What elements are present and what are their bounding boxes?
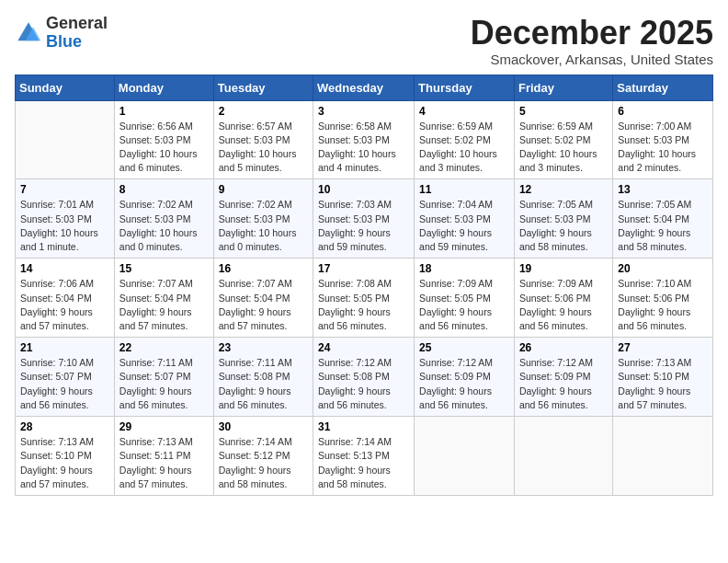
- day-number: 4: [419, 105, 509, 118]
- day-number: 30: [219, 420, 308, 433]
- day-info: Sunrise: 7:12 AMSunset: 5:08 PMDaylight:…: [318, 356, 409, 412]
- day-cell: 20Sunrise: 7:10 AMSunset: 5:06 PMDayligh…: [613, 259, 713, 338]
- day-cell: 8Sunrise: 7:02 AMSunset: 5:03 PMDaylight…: [114, 179, 213, 259]
- day-cell: [415, 417, 515, 496]
- day-info: Sunrise: 7:04 AMSunset: 5:03 PMDaylight:…: [419, 198, 509, 254]
- day-number: 10: [318, 183, 409, 196]
- day-number: 3: [318, 105, 409, 118]
- day-info: Sunrise: 7:13 AMSunset: 5:10 PMDaylight:…: [20, 435, 109, 491]
- day-number: 13: [618, 183, 708, 196]
- day-number: 9: [219, 183, 308, 196]
- day-number: 1: [119, 105, 209, 118]
- day-info: Sunrise: 7:06 AMSunset: 5:04 PMDaylight:…: [20, 277, 109, 333]
- day-cell: [613, 417, 713, 496]
- day-number: 22: [119, 341, 209, 354]
- day-info: Sunrise: 7:05 AMSunset: 5:04 PMDaylight:…: [618, 198, 708, 254]
- col-header-tuesday: Tuesday: [213, 75, 313, 100]
- page-header: General Blue December 2025 Smackover, Ar…: [15, 15, 713, 67]
- day-number: 29: [119, 420, 209, 433]
- day-cell: [16, 100, 115, 179]
- day-number: 25: [419, 341, 509, 354]
- day-info: Sunrise: 7:00 AMSunset: 5:03 PMDaylight:…: [618, 120, 708, 176]
- day-cell: 13Sunrise: 7:05 AMSunset: 5:04 PMDayligh…: [613, 179, 713, 259]
- week-row-5: 28Sunrise: 7:13 AMSunset: 5:10 PMDayligh…: [16, 417, 713, 496]
- day-cell: 5Sunrise: 6:59 AMSunset: 5:02 PMDaylight…: [514, 100, 612, 179]
- day-cell: 10Sunrise: 7:03 AMSunset: 5:03 PMDayligh…: [313, 179, 415, 259]
- day-cell: 2Sunrise: 6:57 AMSunset: 5:03 PMDaylight…: [213, 100, 313, 179]
- col-header-wednesday: Wednesday: [313, 75, 415, 100]
- col-header-saturday: Saturday: [613, 75, 713, 100]
- day-number: 6: [618, 105, 708, 118]
- day-info: Sunrise: 7:07 AMSunset: 5:04 PMDaylight:…: [119, 277, 209, 333]
- day-number: 26: [519, 341, 608, 354]
- day-info: Sunrise: 7:07 AMSunset: 5:04 PMDaylight:…: [219, 277, 308, 333]
- day-cell: 18Sunrise: 7:09 AMSunset: 5:05 PMDayligh…: [415, 259, 515, 338]
- day-cell: 29Sunrise: 7:13 AMSunset: 5:11 PMDayligh…: [114, 417, 213, 496]
- day-info: Sunrise: 7:13 AMSunset: 5:10 PMDaylight:…: [618, 356, 708, 412]
- day-info: Sunrise: 6:56 AMSunset: 5:03 PMDaylight:…: [119, 120, 209, 176]
- day-number: 21: [20, 341, 109, 354]
- day-number: 7: [20, 183, 109, 196]
- day-number: 11: [419, 183, 509, 196]
- day-number: 28: [20, 420, 109, 433]
- day-info: Sunrise: 7:10 AMSunset: 5:07 PMDaylight:…: [20, 356, 109, 412]
- day-cell: 28Sunrise: 7:13 AMSunset: 5:10 PMDayligh…: [16, 417, 115, 496]
- day-cell: 15Sunrise: 7:07 AMSunset: 5:04 PMDayligh…: [114, 259, 213, 338]
- day-cell: 4Sunrise: 6:59 AMSunset: 5:02 PMDaylight…: [415, 100, 515, 179]
- day-cell: 6Sunrise: 7:00 AMSunset: 5:03 PMDaylight…: [613, 100, 713, 179]
- day-cell: 26Sunrise: 7:12 AMSunset: 5:09 PMDayligh…: [514, 338, 612, 417]
- day-info: Sunrise: 7:08 AMSunset: 5:05 PMDaylight:…: [318, 277, 409, 333]
- day-info: Sunrise: 7:11 AMSunset: 5:08 PMDaylight:…: [219, 356, 308, 412]
- title-block: December 2025 Smackover, Arkansas, Unite…: [471, 15, 713, 67]
- location: Smackover, Arkansas, United States: [471, 52, 713, 67]
- col-header-sunday: Sunday: [16, 75, 115, 100]
- day-info: Sunrise: 7:03 AMSunset: 5:03 PMDaylight:…: [318, 198, 409, 254]
- col-header-monday: Monday: [114, 75, 213, 100]
- day-cell: 25Sunrise: 7:12 AMSunset: 5:09 PMDayligh…: [415, 338, 515, 417]
- day-info: Sunrise: 7:10 AMSunset: 5:06 PMDaylight:…: [618, 277, 708, 333]
- day-cell: 21Sunrise: 7:10 AMSunset: 5:07 PMDayligh…: [16, 338, 115, 417]
- day-cell: 12Sunrise: 7:05 AMSunset: 5:03 PMDayligh…: [514, 179, 612, 259]
- logo-general: General: [46, 14, 108, 32]
- logo-blue: Blue: [46, 32, 82, 51]
- day-cell: 23Sunrise: 7:11 AMSunset: 5:08 PMDayligh…: [213, 338, 313, 417]
- day-number: 27: [618, 341, 708, 354]
- day-info: Sunrise: 7:01 AMSunset: 5:03 PMDaylight:…: [20, 198, 109, 254]
- day-cell: 31Sunrise: 7:14 AMSunset: 5:13 PMDayligh…: [313, 417, 415, 496]
- day-number: 8: [119, 183, 209, 196]
- day-cell: 14Sunrise: 7:06 AMSunset: 5:04 PMDayligh…: [16, 259, 115, 338]
- day-cell: 9Sunrise: 7:02 AMSunset: 5:03 PMDaylight…: [213, 179, 313, 259]
- day-cell: 11Sunrise: 7:04 AMSunset: 5:03 PMDayligh…: [415, 179, 515, 259]
- day-cell: 19Sunrise: 7:09 AMSunset: 5:06 PMDayligh…: [514, 259, 612, 338]
- day-cell: [514, 417, 612, 496]
- day-info: Sunrise: 7:14 AMSunset: 5:12 PMDaylight:…: [219, 435, 308, 491]
- day-cell: 22Sunrise: 7:11 AMSunset: 5:07 PMDayligh…: [114, 338, 213, 417]
- col-header-thursday: Thursday: [415, 75, 515, 100]
- week-row-2: 7Sunrise: 7:01 AMSunset: 5:03 PMDaylight…: [16, 179, 713, 259]
- day-info: Sunrise: 7:02 AMSunset: 5:03 PMDaylight:…: [219, 198, 308, 254]
- day-info: Sunrise: 6:59 AMSunset: 5:02 PMDaylight:…: [419, 120, 509, 176]
- day-info: Sunrise: 7:12 AMSunset: 5:09 PMDaylight:…: [519, 356, 608, 412]
- day-number: 19: [519, 262, 608, 275]
- week-row-1: 1Sunrise: 6:56 AMSunset: 5:03 PMDaylight…: [16, 100, 713, 179]
- day-number: 20: [618, 262, 708, 275]
- day-info: Sunrise: 7:11 AMSunset: 5:07 PMDaylight:…: [119, 356, 209, 412]
- day-info: Sunrise: 7:14 AMSunset: 5:13 PMDaylight:…: [318, 435, 409, 491]
- day-number: 17: [318, 262, 409, 275]
- day-info: Sunrise: 7:05 AMSunset: 5:03 PMDaylight:…: [519, 198, 608, 254]
- logo-text: General Blue: [46, 15, 108, 52]
- day-info: Sunrise: 7:09 AMSunset: 5:05 PMDaylight:…: [419, 277, 509, 333]
- day-info: Sunrise: 6:58 AMSunset: 5:03 PMDaylight:…: [318, 120, 409, 176]
- day-cell: 30Sunrise: 7:14 AMSunset: 5:12 PMDayligh…: [213, 417, 313, 496]
- day-info: Sunrise: 6:59 AMSunset: 5:02 PMDaylight:…: [519, 120, 608, 176]
- day-info: Sunrise: 6:57 AMSunset: 5:03 PMDaylight:…: [219, 120, 308, 176]
- week-row-3: 14Sunrise: 7:06 AMSunset: 5:04 PMDayligh…: [16, 259, 713, 338]
- day-number: 5: [519, 105, 608, 118]
- day-cell: 27Sunrise: 7:13 AMSunset: 5:10 PMDayligh…: [613, 338, 713, 417]
- day-info: Sunrise: 7:02 AMSunset: 5:03 PMDaylight:…: [119, 198, 209, 254]
- day-number: 16: [219, 262, 308, 275]
- day-cell: 7Sunrise: 7:01 AMSunset: 5:03 PMDaylight…: [16, 179, 115, 259]
- day-cell: 17Sunrise: 7:08 AMSunset: 5:05 PMDayligh…: [313, 259, 415, 338]
- logo: General Blue: [15, 15, 108, 52]
- day-number: 18: [419, 262, 509, 275]
